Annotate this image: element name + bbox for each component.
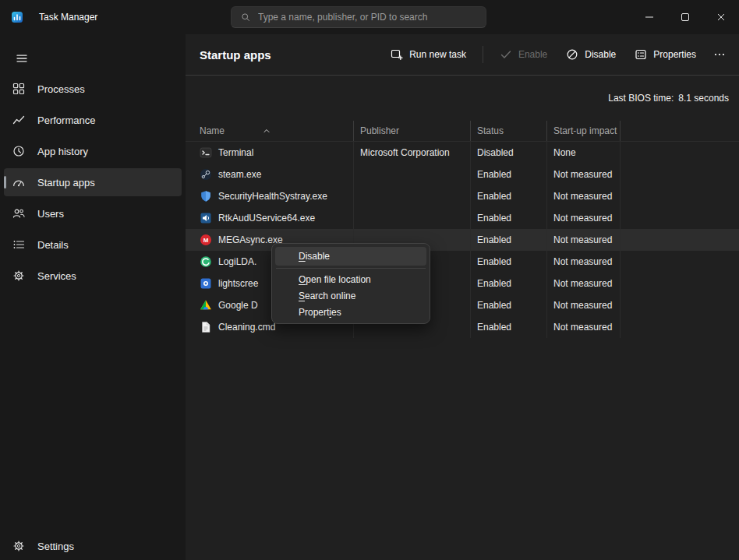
cell-impact: Not measured <box>547 316 621 338</box>
block-icon <box>566 48 578 61</box>
column-header-impact[interactable]: Start-up impact <box>547 121 621 141</box>
column-header-name[interactable]: Name <box>186 121 354 141</box>
sidebar-item-users[interactable]: Users <box>4 199 182 227</box>
sidebar-item-settings[interactable]: Settings <box>4 534 182 558</box>
menu-item-label: Open file location <box>299 274 371 285</box>
lightscreen-icon <box>200 277 212 290</box>
cell-status: Enabled <box>471 316 547 338</box>
cell-impact: Not measured <box>547 229 621 251</box>
sidebar-item-label: Services <box>37 270 76 282</box>
toolbar: Run new task Enable Disable Properties <box>382 43 739 66</box>
logitech-icon <box>200 255 212 268</box>
search-box[interactable] <box>231 6 486 28</box>
maximize-button[interactable] <box>667 0 703 34</box>
app-name: lightscree <box>218 278 258 289</box>
cmd-file-icon <box>200 321 212 333</box>
menu-item-label: Disable <box>299 251 330 262</box>
table-row[interactable]: RtkAudUService64.exe Enabled Not measure… <box>186 207 739 229</box>
disable-button[interactable]: Disable <box>557 43 624 66</box>
cell-status: Enabled <box>471 251 547 273</box>
cell-name: RtkAudUService64.exe <box>186 207 354 229</box>
cell-status: Disabled <box>471 142 547 164</box>
table-row[interactable]: Google D Enabled Not measured <box>186 294 739 316</box>
enable-button[interactable]: Enable <box>491 43 556 66</box>
cell-filler <box>621 142 739 164</box>
navigation-menu-button[interactable] <box>6 45 37 72</box>
search-input[interactable] <box>258 12 476 23</box>
table-row[interactable]: SecurityHealthSystray.exe Enabled Not me… <box>186 185 739 207</box>
table-row[interactable]: lightscree Enabled Not measured <box>186 273 739 294</box>
context-menu-item-disable[interactable]: Disable <box>275 247 426 266</box>
sidebar: Processes Performance App history Startu… <box>0 34 186 560</box>
cell-filler <box>621 164 739 185</box>
task-manager-app-icon <box>11 11 23 23</box>
startup-apps-table: Name Publisher Status Start-up impact Te… <box>186 121 739 338</box>
cell-name: Terminal <box>186 142 354 164</box>
app-name: Google D <box>218 300 258 311</box>
close-button[interactable] <box>703 0 739 34</box>
last-bios-time-label: Last BIOS time: <box>608 93 674 104</box>
services-icon <box>12 269 25 282</box>
run-new-task-button[interactable]: Run new task <box>382 43 475 66</box>
sidebar-item-label: Startup apps <box>37 177 95 188</box>
search-icon <box>241 12 250 22</box>
context-menu-item-properties[interactable]: Properties <box>275 304 426 320</box>
minimize-icon <box>643 11 656 23</box>
menu-item-label: Properties <box>299 307 341 318</box>
cell-name: steam.exe <box>186 164 354 185</box>
sidebar-nav: Processes Performance App history Startu… <box>0 75 186 290</box>
page-title: Startup apps <box>200 48 271 62</box>
users-icon <box>12 207 25 220</box>
sidebar-item-services[interactable]: Services <box>4 262 182 290</box>
table-row[interactable]: Cleaning.cmd Enabled Not measured <box>186 316 739 338</box>
minimize-button[interactable] <box>631 0 667 34</box>
terminal-app-icon <box>200 146 212 159</box>
processes-icon <box>12 83 25 95</box>
hamburger-icon <box>16 52 28 65</box>
more-icon <box>713 48 726 61</box>
more-options-button[interactable] <box>706 43 733 66</box>
cell-status: Enabled <box>471 294 547 316</box>
sidebar-item-startup-apps[interactable]: Startup apps <box>4 168 182 196</box>
main-content: Startup apps Run new task Enable Disable… <box>186 34 739 560</box>
table-row[interactable]: MEGAsync.exe Enabled Not measured <box>186 229 739 251</box>
sidebar-item-label: Settings <box>37 541 74 552</box>
megasync-icon <box>200 234 212 246</box>
titlebar: Task Manager <box>0 0 739 34</box>
realtek-audio-icon <box>200 212 212 224</box>
sidebar-item-label: Performance <box>37 114 95 126</box>
cell-publisher <box>354 185 471 207</box>
sidebar-item-label: App history <box>37 146 88 157</box>
sidebar-item-processes[interactable]: Processes <box>4 75 182 103</box>
app-name: Cleaning.cmd <box>218 322 275 333</box>
cell-status: Enabled <box>471 185 547 207</box>
cell-publisher: Microsoft Corporation <box>354 142 471 164</box>
column-header-publisher[interactable]: Publisher <box>354 121 471 141</box>
last-bios-time-value: 8.1 seconds <box>678 93 729 104</box>
table-row[interactable]: LogiLDA. Enabled Not measured <box>186 251 739 273</box>
properties-button[interactable]: Properties <box>626 43 705 66</box>
window-title: Task Manager <box>39 12 97 23</box>
cell-filler <box>621 207 739 229</box>
sidebar-item-app-history[interactable]: App history <box>4 137 182 165</box>
sidebar-item-details[interactable]: Details <box>4 231 182 259</box>
startup-table-body: Terminal Microsoft Corporation Disabled … <box>186 142 739 338</box>
steam-app-icon <box>200 168 212 181</box>
table-row[interactable]: steam.exe Enabled Not measured <box>186 164 739 185</box>
cell-impact: None <box>547 142 621 164</box>
maximize-icon <box>679 11 691 23</box>
column-header-status[interactable]: Status <box>471 121 547 141</box>
context-menu-item-search-online[interactable]: Search online <box>275 287 426 304</box>
cell-status: Enabled <box>471 229 547 251</box>
app-name: LogiLDA. <box>218 256 256 267</box>
context-menu: Disable Open file location Search online… <box>271 243 430 324</box>
context-menu-item-open-file-location[interactable]: Open file location <box>275 271 426 287</box>
cell-impact: Not measured <box>547 273 621 294</box>
sidebar-item-performance[interactable]: Performance <box>4 106 182 134</box>
cell-impact: Not measured <box>547 207 621 229</box>
column-header-filler <box>621 121 739 141</box>
cell-status: Enabled <box>471 273 547 294</box>
table-row[interactable]: Terminal Microsoft Corporation Disabled … <box>186 142 739 164</box>
sidebar-item-label: Processes <box>37 83 85 95</box>
run-new-task-icon <box>391 48 403 61</box>
